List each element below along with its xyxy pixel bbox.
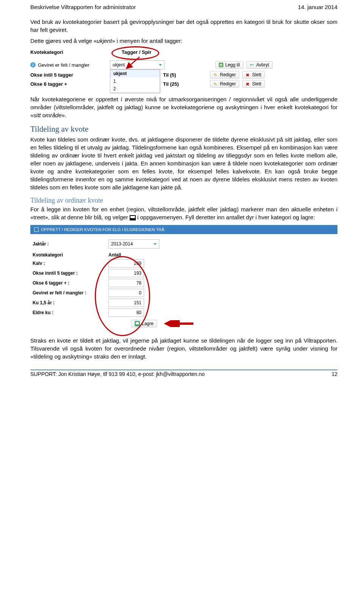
panel-title: OPPRETT / REDIGER KVOTEN FOR ELG I ELGRE… — [30, 225, 337, 234]
task-icon — [130, 215, 136, 220]
row-label: Okse inntil 5 tagger : — [33, 271, 108, 276]
body-paragraph: Straks en kvote er tildelt et jaktlag, v… — [30, 337, 337, 360]
body-paragraph: For å legge inn kvoten for en enhet (reg… — [30, 205, 337, 221]
add-button[interactable]: Legg til — [215, 61, 243, 69]
x-icon — [246, 72, 250, 77]
body-paragraph: Ved bruk av kvotekategorier basert på ge… — [30, 18, 337, 34]
spir-value: Til (5) — [163, 72, 197, 78]
annotation-oval — [95, 256, 150, 336]
window-icon — [34, 227, 39, 232]
body-paragraph: Dette gjøres ved å velge «ukjent» i meny… — [30, 37, 337, 45]
subsection-heading: Tildeling av ordinær kvote — [30, 197, 337, 204]
body-paragraph: Når kvotekategoriene er opprettet i øver… — [30, 95, 337, 119]
section-heading: Tildeling av kvote — [30, 124, 337, 134]
footer-support: SUPPORT: Jon Kristian Høye, tlf 913 99 4… — [30, 371, 205, 377]
chevron-down-icon — [159, 64, 162, 66]
col-kvotekategori: Kvotekategori — [33, 252, 108, 258]
annotation-arrow — [164, 320, 194, 327]
page-footer: SUPPORT: Jon Kristian Høye, tlf 913 99 4… — [30, 370, 337, 377]
row-label: Okse 6 tagger + — [30, 81, 67, 87]
cancel-button[interactable]: Avbryt — [246, 61, 273, 69]
delete-button[interactable]: Slett — [242, 80, 265, 88]
edit-button[interactable]: Rediger — [210, 71, 239, 79]
annotation-oval — [111, 46, 159, 60]
undo-icon — [250, 63, 254, 67]
row-label: Geviret er felt / mangler — [38, 62, 89, 68]
info-icon: i — [30, 62, 36, 68]
body-paragraph: Kvote kan tildeles som ordinær kvote, dv… — [30, 135, 337, 191]
pencil-icon — [213, 82, 218, 86]
col-kvotekategori: Kvotekategori — [30, 49, 114, 55]
dropdown-option[interactable]: 2 — [110, 85, 160, 93]
jaktaar-dropdown[interactable]: 2013-2014 — [108, 239, 159, 249]
page-header: Beskrivelse Viltrapporten for administra… — [30, 4, 337, 10]
screenshot-kvotekategori: Kvotekategori Tagger / Spir iGeviret er … — [30, 48, 337, 91]
doc-date: 14. januar 2014 — [298, 4, 337, 10]
row-label: Okse intil 5 tagger — [30, 72, 73, 78]
row-label: Kalv : — [33, 261, 108, 266]
save-icon — [135, 321, 140, 326]
label-jaktaar: Jaktår : — [33, 241, 108, 247]
chevron-down-icon — [154, 243, 157, 245]
spir-value: Til (25) — [163, 81, 197, 87]
page-number: 12 — [331, 371, 337, 377]
dropdown-option[interactable]: 1 — [110, 77, 160, 85]
edit-button[interactable]: Rediger — [210, 80, 239, 88]
doc-title: Beskrivelse Viltrapporten for administra… — [30, 4, 136, 10]
pencil-icon — [213, 72, 218, 77]
plus-icon — [219, 63, 223, 67]
dropdown-popup: ukjent 1 2 — [110, 69, 160, 93]
screenshot-kvote-form: OPPRETT / REDIGER KVOTEN FOR ELG I ELGRE… — [30, 225, 337, 331]
dropdown-option[interactable]: ukjent — [110, 70, 160, 77]
x-icon — [246, 82, 250, 86]
delete-button[interactable]: Slett — [242, 71, 265, 79]
